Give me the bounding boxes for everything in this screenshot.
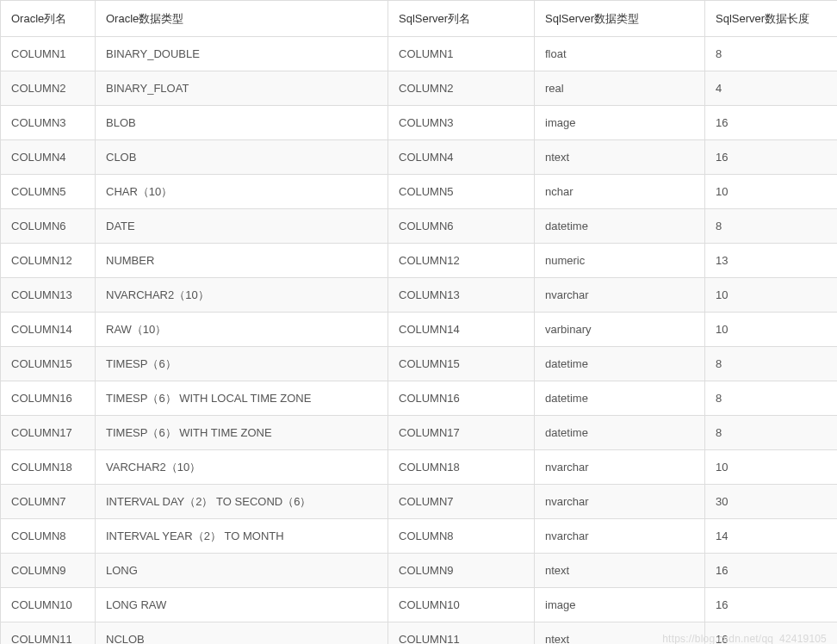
cell-sqlserver-col: COLUMN9: [388, 554, 535, 588]
cell-oracle-type: NCLOB: [96, 622, 388, 645]
cell-oracle-type: LONG RAW: [96, 588, 388, 622]
cell-sqlserver-type: float: [535, 37, 705, 71]
cell-sqlserver-len: 8: [705, 347, 838, 381]
cell-sqlserver-len: 8: [705, 37, 838, 71]
cell-oracle-type: NVARCHAR2（10）: [96, 278, 388, 313]
cell-sqlserver-type: real: [535, 71, 705, 106]
table-row: COLUMN16TIMESP（6） WITH LOCAL TIME ZONECO…: [1, 381, 838, 416]
cell-oracle-col: COLUMN15: [1, 347, 96, 381]
table-row: COLUMN13NVARCHAR2（10）COLUMN13nvarchar10: [1, 278, 838, 313]
cell-sqlserver-len: 4: [705, 71, 838, 106]
cell-sqlserver-len: 8: [705, 416, 838, 450]
cell-sqlserver-type: datetime: [535, 347, 705, 381]
cell-sqlserver-col: COLUMN16: [388, 381, 535, 416]
cell-oracle-col: COLUMN9: [1, 554, 96, 588]
table-row: COLUMN3BLOBCOLUMN3image16: [1, 106, 838, 140]
cell-sqlserver-type: ntext: [535, 140, 705, 175]
cell-oracle-col: COLUMN16: [1, 381, 96, 416]
cell-oracle-type: BINARY_DOUBLE: [96, 37, 388, 71]
cell-sqlserver-type: image: [535, 106, 705, 140]
header-sqlserver-type: SqlServer数据类型: [535, 1, 705, 37]
cell-sqlserver-col: COLUMN10: [388, 588, 535, 622]
cell-sqlserver-len: 10: [705, 313, 838, 347]
table-row: COLUMN15TIMESP（6）COLUMN15datetime8: [1, 347, 838, 381]
cell-oracle-type: DATE: [96, 209, 388, 244]
cell-oracle-col: COLUMN3: [1, 106, 96, 140]
cell-oracle-col: COLUMN2: [1, 71, 96, 106]
cell-oracle-col: COLUMN8: [1, 519, 96, 554]
cell-oracle-type: CHAR（10）: [96, 175, 388, 209]
table-row: COLUMN12NUMBERCOLUMN12numeric13: [1, 244, 838, 278]
cell-sqlserver-col: COLUMN14: [388, 313, 535, 347]
cell-sqlserver-type: ntext: [535, 622, 705, 645]
cell-sqlserver-len: 10: [705, 278, 838, 313]
cell-sqlserver-col: COLUMN1: [388, 37, 535, 71]
cell-sqlserver-type: image: [535, 588, 705, 622]
cell-sqlserver-len: 16: [705, 106, 838, 140]
cell-sqlserver-col: COLUMN3: [388, 106, 535, 140]
cell-oracle-col: COLUMN13: [1, 278, 96, 313]
header-oracle-col: Oracle列名: [1, 1, 96, 37]
table-row: COLUMN10LONG RAWCOLUMN10image16: [1, 588, 838, 622]
table-row: COLUMN2BINARY_FLOATCOLUMN2real4: [1, 71, 838, 106]
table-row: COLUMN17TIMESP（6） WITH TIME ZONECOLUMN17…: [1, 416, 838, 450]
cell-oracle-col: COLUMN18: [1, 450, 96, 485]
cell-sqlserver-col: COLUMN15: [388, 347, 535, 381]
cell-sqlserver-col: COLUMN18: [388, 450, 535, 485]
cell-sqlserver-len: 10: [705, 175, 838, 209]
cell-oracle-col: COLUMN1: [1, 37, 96, 71]
cell-sqlserver-len: 8: [705, 381, 838, 416]
cell-oracle-type: TIMESP（6） WITH LOCAL TIME ZONE: [96, 381, 388, 416]
cell-sqlserver-col: COLUMN4: [388, 140, 535, 175]
cell-oracle-col: COLUMN4: [1, 140, 96, 175]
cell-oracle-type: TIMESP（6）: [96, 347, 388, 381]
table-row: COLUMN5CHAR（10）COLUMN5nchar10: [1, 175, 838, 209]
cell-oracle-col: COLUMN6: [1, 209, 96, 244]
cell-sqlserver-type: ntext: [535, 554, 705, 588]
cell-oracle-type: BINARY_FLOAT: [96, 71, 388, 106]
cell-sqlserver-col: COLUMN2: [388, 71, 535, 106]
table-row: COLUMN9LONGCOLUMN9ntext16: [1, 554, 838, 588]
cell-sqlserver-len: 13: [705, 244, 838, 278]
cell-sqlserver-col: COLUMN12: [388, 244, 535, 278]
table-row: COLUMN18VARCHAR2（10）COLUMN18nvarchar10: [1, 450, 838, 485]
cell-sqlserver-len: 10: [705, 450, 838, 485]
cell-sqlserver-type: datetime: [535, 416, 705, 450]
cell-sqlserver-type: nvarchar: [535, 278, 705, 313]
cell-sqlserver-type: datetime: [535, 381, 705, 416]
cell-oracle-type: RAW（10）: [96, 313, 388, 347]
cell-sqlserver-len: 8: [705, 209, 838, 244]
table-row: COLUMN6DATECOLUMN6datetime8: [1, 209, 838, 244]
table-row: COLUMN7INTERVAL DAY（2） TO SECOND（6）COLUM…: [1, 485, 838, 519]
table-row: COLUMN4CLOBCOLUMN4ntext16: [1, 140, 838, 175]
cell-sqlserver-col: COLUMN11: [388, 622, 535, 645]
table-row: COLUMN14RAW（10）COLUMN14varbinary10: [1, 313, 838, 347]
table-row: COLUMN1BINARY_DOUBLECOLUMN1float8: [1, 37, 838, 71]
cell-oracle-col: COLUMN17: [1, 416, 96, 450]
cell-sqlserver-col: COLUMN7: [388, 485, 535, 519]
cell-oracle-col: COLUMN14: [1, 313, 96, 347]
cell-oracle-col: COLUMN12: [1, 244, 96, 278]
cell-oracle-type: CLOB: [96, 140, 388, 175]
cell-oracle-type: TIMESP（6） WITH TIME ZONE: [96, 416, 388, 450]
cell-sqlserver-len: 14: [705, 519, 838, 554]
cell-sqlserver-type: nvarchar: [535, 485, 705, 519]
cell-sqlserver-type: nchar: [535, 175, 705, 209]
cell-sqlserver-col: COLUMN13: [388, 278, 535, 313]
data-type-mapping-table: Oracle列名 Oracle数据类型 SqlServer列名 SqlServe…: [0, 0, 837, 644]
cell-sqlserver-col: COLUMN5: [388, 175, 535, 209]
table-row: COLUMN8INTERVAL YEAR（2） TO MONTHCOLUMN8n…: [1, 519, 838, 554]
header-sqlserver-col: SqlServer列名: [388, 1, 535, 37]
cell-sqlserver-len: 16: [705, 554, 838, 588]
cell-oracle-type: INTERVAL YEAR（2） TO MONTH: [96, 519, 388, 554]
cell-oracle-col: COLUMN11: [1, 622, 96, 645]
cell-oracle-type: INTERVAL DAY（2） TO SECOND（6）: [96, 485, 388, 519]
cell-sqlserver-type: datetime: [535, 209, 705, 244]
cell-oracle-type: NUMBER: [96, 244, 388, 278]
cell-oracle-type: LONG: [96, 554, 388, 588]
cell-sqlserver-type: nvarchar: [535, 519, 705, 554]
cell-sqlserver-len: 30: [705, 485, 838, 519]
cell-oracle-col: COLUMN5: [1, 175, 96, 209]
cell-sqlserver-type: varbinary: [535, 313, 705, 347]
table-header-row: Oracle列名 Oracle数据类型 SqlServer列名 SqlServe…: [1, 1, 838, 37]
